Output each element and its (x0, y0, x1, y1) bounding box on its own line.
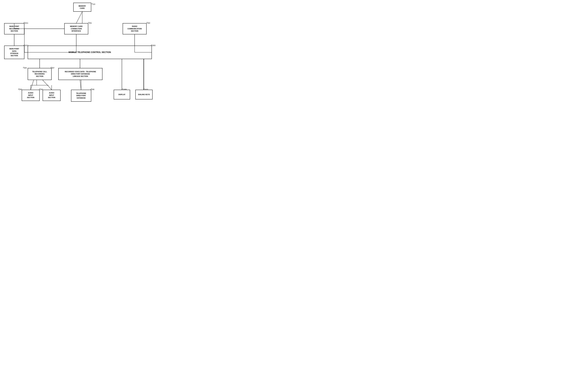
lbl-1011: 1011 (25, 22, 28, 24)
dialing-keys-box: DIALING KEYS (135, 90, 153, 99)
lbl-202: 202 (147, 22, 150, 24)
lbl-1010: 1010 (144, 88, 148, 90)
lbl-1003: 1003 (152, 44, 156, 46)
patent-diagram: MEMORYCARD MEMORY CARDCONNECTIONINTERFAC… (0, 0, 180, 124)
memory-card-interface-box: MEMORY CARDCONNECTIONINTERFACE (64, 23, 88, 34)
memory-card-box: MEMORYCARD (73, 3, 91, 12)
connection-lines (0, 0, 180, 124)
lbl-204: 204 (24, 67, 27, 69)
mobile-control-box: MOBILE TELEPHONE CONTROL SECTION (28, 46, 152, 59)
svg-line-11 (43, 80, 52, 90)
recorded-voice-linkage-box: RECORDED VOICE DATA - TELEPHONEDIRECTORY… (58, 68, 102, 80)
audio-input-2-box: AUDIOINPUTSECTION (43, 90, 61, 101)
lbl-208: 208 (92, 88, 94, 90)
display-box: DISPLAY (114, 90, 130, 99)
telephone-call-recording-box: TELEPHONE CALLRECORDINGSECTION (28, 68, 52, 80)
svg-line-0 (76, 12, 82, 23)
lbl-110: 110 (92, 3, 95, 5)
audio-input-1-box: AUDIOINPUTSECTION (22, 90, 40, 101)
lbl-206: 206 (40, 88, 43, 90)
lbl-1009: 1009 (123, 88, 127, 90)
lbl-1012: 1012 (25, 44, 28, 46)
lbl-201: 201 (89, 22, 92, 24)
telephone-directory-box: TELEPHONEDIRECTORYDATABASE (71, 90, 91, 102)
radio-comm-box: RADIOCOMMUNICATIONSECTION (123, 23, 147, 34)
svg-line-12 (80, 80, 81, 90)
main-point-recording-box: MAIN POINTRECORDINGSECTION (4, 23, 24, 34)
lbl-205: 205 (19, 88, 22, 90)
tick-marks (0, 0, 180, 124)
main-point-storage-box: MAIN POINTDATASTORAGESECTION (4, 46, 24, 59)
svg-line-10 (31, 80, 34, 90)
lbl-207: 207 (52, 67, 54, 69)
